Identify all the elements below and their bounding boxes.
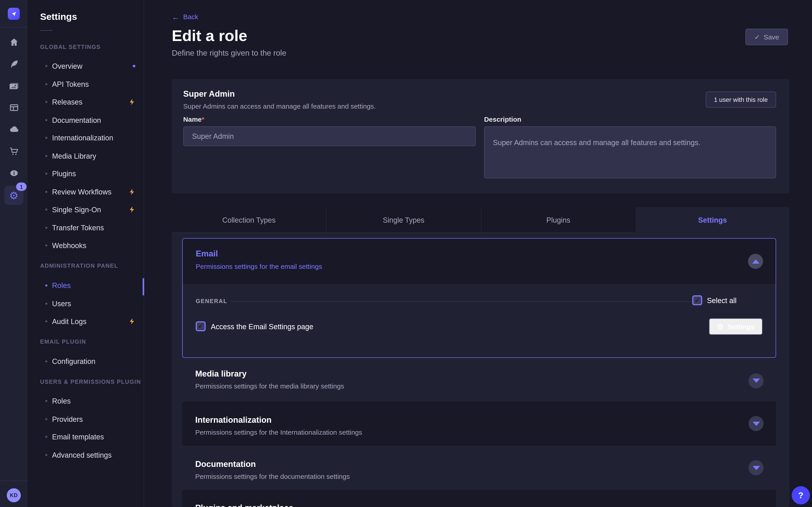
sidebar-item-label: Single Sign-On: [52, 206, 101, 214]
sidebar-item-plugins[interactable]: Plugins: [28, 165, 144, 183]
sidebar-item-transfer-tokens[interactable]: Transfer Tokens: [28, 219, 144, 237]
sidebar-item-releases[interactable]: Releases: [28, 93, 144, 111]
chevron-up-icon: [752, 259, 759, 263]
sidebar-item-label: Media Library: [52, 152, 96, 160]
settings-notification-badge: 1: [16, 182, 27, 191]
sidebar-item-overview[interactable]: Overview: [28, 57, 144, 75]
bullet: [45, 173, 47, 175]
accordion-internationalization[interactable]: Internationalization Permissions setting…: [182, 402, 776, 446]
expand-toggle-button[interactable]: [748, 416, 763, 431]
sidebar-item-label: Roles: [52, 397, 71, 405]
sidebar-item-up-roles[interactable]: Roles: [28, 392, 144, 410]
save-button[interactable]: ✓ Save: [746, 29, 788, 45]
home-icon[interactable]: [0, 33, 28, 51]
strapi-logo[interactable]: [8, 8, 20, 20]
sidebar-item-users[interactable]: Users: [28, 294, 144, 313]
sidebar-item-api-tokens[interactable]: API Tokens: [28, 75, 144, 93]
sidebar-item-label: Configuration: [52, 357, 95, 366]
sidebar-item-label: Webhooks: [52, 241, 86, 250]
tab-collection-types[interactable]: Collection Types: [172, 207, 326, 233]
email-plugin-list: Configuration: [28, 353, 144, 371]
expand-toggle-button[interactable]: [748, 373, 763, 388]
sidebar-item-configuration[interactable]: Configuration: [28, 353, 144, 371]
name-input[interactable]: Super Admin: [183, 126, 476, 146]
description-textarea[interactable]: Super Admins can access and manage all f…: [484, 126, 776, 178]
permissions-tabs: Collection Types Single Types Plugins Se…: [172, 207, 790, 233]
sidebar-item-webhooks[interactable]: Webhooks: [28, 237, 144, 255]
bullet: [45, 285, 47, 287]
accordion-title: Email: [196, 249, 218, 259]
email-settings-button[interactable]: ⚙ Settings: [709, 318, 763, 335]
sidebar-item-email-templates[interactable]: Email templates: [28, 428, 144, 446]
bullet: [45, 321, 47, 323]
users-with-role-button[interactable]: 1 user with this role: [706, 92, 776, 108]
tab-plugins[interactable]: Plugins: [481, 207, 636, 233]
bullet: [45, 227, 47, 229]
section-header-users-permissions-plugin: USERS & PERMISSIONS PLUGIN: [40, 379, 141, 385]
sidebar-item-roles-active[interactable]: Roles: [28, 277, 144, 295]
user-avatar[interactable]: KD: [7, 488, 21, 502]
section-header-administration-panel: ADMINISTRATION PANEL: [40, 263, 118, 269]
bullet: [45, 137, 47, 139]
sidebar-item-internationalization[interactable]: Internationalization: [28, 129, 144, 147]
email-settings-access-checkbox[interactable]: ✓: [196, 321, 206, 331]
info-icon[interactable]: [0, 164, 28, 182]
accordion-plugins-and-marketplace[interactable]: Plugins and marketplace: [182, 490, 776, 507]
sidebar-item-advanced-settings[interactable]: Advanced settings: [28, 446, 144, 464]
content-type-builder-icon[interactable]: [0, 98, 28, 117]
name-field-label: Name*: [183, 115, 204, 123]
bullet: [45, 83, 47, 85]
email-settings-access-label: Access the Email Settings page: [211, 322, 313, 331]
active-item-indicator: [143, 278, 144, 295]
back-link[interactable]: ← Back: [172, 13, 198, 21]
select-all-checkbox[interactable]: ✓: [693, 295, 702, 305]
accordion-email-header[interactable]: Email Permissions settings for the email…: [183, 239, 775, 284]
strapi-logo-glyph: [10, 10, 18, 18]
sidebar-item-review-workflows[interactable]: Review Workflows: [28, 183, 144, 201]
accordion-documentation[interactable]: Documentation Permissions settings for t…: [182, 446, 776, 490]
accordion-subtitle: Permissions settings for the documentati…: [195, 473, 350, 481]
cloud-icon[interactable]: [0, 120, 28, 139]
accordion-title: Plugins and marketplace: [195, 503, 293, 507]
accordion-subtitle: Permissions settings for the media libra…: [195, 382, 344, 390]
administration-panel-list: Roles Users Audit Logs: [28, 277, 144, 331]
general-section-label: GENERAL: [196, 298, 227, 304]
rail-bottom-divider: [0, 481, 28, 481]
check-icon: ✓: [754, 33, 760, 41]
settings-tab-panel: Email Permissions settings for the email…: [172, 233, 790, 507]
name-input-value: Super Admin: [192, 132, 234, 140]
sidebar-item-documentation[interactable]: Documentation: [28, 111, 144, 129]
bullet: [45, 209, 47, 211]
bullet: [45, 191, 47, 193]
role-name-heading: Super Admin: [183, 90, 235, 99]
chevron-down-icon: [753, 379, 760, 383]
sidebar-item-providers[interactable]: Providers: [28, 410, 144, 428]
lightning-icon: [129, 188, 135, 195]
sidebar-item-label: Users: [52, 299, 71, 308]
sidebar-item-audit-logs[interactable]: Audit Logs: [28, 313, 144, 331]
media-library-icon[interactable]: [0, 76, 28, 95]
page-subtitle: Define the rights given to the role: [172, 48, 287, 57]
content-manager-feather-icon[interactable]: [0, 55, 28, 73]
app-window: ⚙ 1 KD Settings GLOBAL SETTINGS Overview…: [0, 0, 812, 507]
permission-row: ✓ Access the Email Settings page: [196, 321, 313, 331]
accordion-media-library[interactable]: Media library Permissions settings for t…: [182, 360, 776, 402]
help-button[interactable]: ?: [792, 486, 810, 505]
subnav-title: Settings: [40, 11, 77, 22]
bullet: [45, 302, 47, 304]
accordion-title: Internationalization: [195, 415, 271, 425]
sidebar-item-label: Audit Logs: [52, 317, 87, 326]
sidebar-item-label: Internationalization: [52, 134, 113, 142]
marketplace-cart-icon[interactable]: [0, 142, 28, 161]
chevron-down-icon: [753, 421, 760, 426]
sidebar-item-single-sign-on[interactable]: Single Sign-On: [28, 201, 144, 219]
expand-toggle-button[interactable]: [748, 460, 763, 475]
general-section-divider: [231, 301, 707, 301]
bullet: [45, 436, 47, 438]
tab-single-types[interactable]: Single Types: [326, 207, 481, 233]
bullet: [45, 65, 47, 67]
collapse-toggle-button[interactable]: [748, 254, 763, 269]
main-nav-rail: ⚙ 1 KD: [0, 0, 28, 507]
sidebar-item-media-library[interactable]: Media Library: [28, 147, 144, 165]
tab-settings[interactable]: Settings: [636, 207, 790, 233]
